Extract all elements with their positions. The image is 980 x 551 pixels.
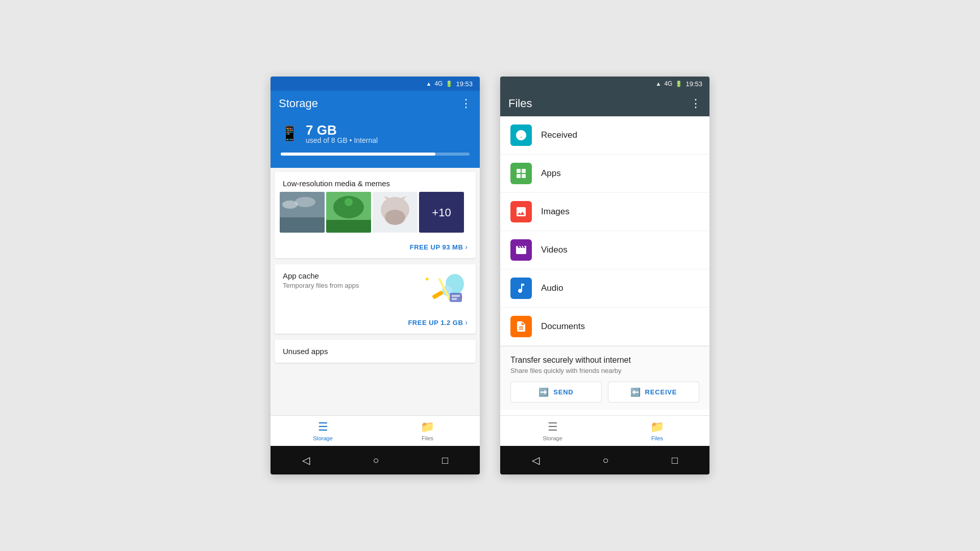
storage-nav-label: Storage	[313, 435, 333, 441]
network-type-2: 4G	[664, 80, 672, 87]
status-bar-storage: ▲ 4G 🔋 19:53	[271, 77, 480, 91]
documents-icon	[510, 316, 532, 337]
videos-icon	[510, 239, 532, 261]
list-item-documents[interactable]: Documents	[500, 308, 709, 346]
home-btn[interactable]: ○	[362, 450, 389, 470]
videos-label: Videos	[541, 245, 568, 255]
list-item-images[interactable]: Images	[500, 193, 709, 231]
cache-header-row: App cache Temporary files from apps ✦	[275, 264, 476, 313]
list-item-audio[interactable]: Audio	[500, 269, 709, 308]
list-item-apps[interactable]: Apps	[500, 155, 709, 193]
thumb-1	[280, 192, 325, 233]
receive-label: RECEIVE	[645, 388, 677, 396]
images-label: Images	[541, 207, 570, 217]
storage-content: Low-resolution media & memes	[271, 168, 480, 415]
svg-rect-1	[280, 217, 325, 233]
thumb-3	[373, 192, 418, 233]
svg-point-3	[295, 197, 315, 207]
transfer-subtitle: Share files quickly with friends nearby	[510, 367, 699, 374]
storage-nav-icon: ☰	[318, 420, 328, 434]
nav-files-2[interactable]: 📁 Files	[605, 420, 709, 441]
network-type: 4G	[434, 80, 443, 87]
more-icon[interactable]: ⋮	[460, 97, 472, 110]
svg-rect-21	[450, 293, 462, 302]
thumb-2	[326, 192, 371, 233]
storage-title: Storage	[279, 97, 318, 110]
bottom-nav-storage: ☰ Storage 📁 Files	[271, 415, 480, 446]
apps-icon	[510, 163, 532, 184]
battery-icon: 🔋	[446, 81, 453, 87]
storage-nav-icon-2: ☰	[548, 420, 558, 434]
receive-button[interactable]: ⬅️ RECEIVE	[608, 382, 699, 403]
nav-files[interactable]: 📁 Files	[375, 420, 480, 441]
storage-bar-track	[281, 153, 470, 156]
storage-nav-label-2: Storage	[543, 435, 562, 441]
list-item-videos[interactable]: Videos	[500, 231, 709, 269]
transfer-title: Transfer securely without internet	[510, 356, 699, 365]
battery-icon-2: 🔋	[675, 81, 682, 87]
cache-emoji: ✦ ✦	[422, 271, 468, 309]
svg-rect-24	[517, 169, 521, 173]
svg-point-10	[385, 210, 405, 225]
phone-files: ▲ 4G 🔋 19:53 Files ⋮ Received	[500, 77, 709, 474]
send-label: SEND	[553, 388, 573, 396]
phones-container: ▲ 4G 🔋 19:53 Storage ⋮ 📱 7 GB used of 8 …	[271, 77, 709, 474]
cache-title: App cache	[283, 271, 359, 280]
signal-icon-2: ▲	[656, 81, 662, 87]
audio-icon	[510, 278, 532, 299]
bottom-nav-files: ☰ Storage 📁 Files	[500, 415, 709, 446]
cache-card-action[interactable]: FREE UP 1.2 GB ›	[275, 313, 476, 334]
home-btn-2[interactable]: ○	[592, 450, 619, 470]
storage-info-row: 📱 7 GB used of 8 GB • Internal	[281, 122, 470, 144]
nav-storage-2[interactable]: ☰ Storage	[500, 420, 605, 441]
send-icon: ➡️	[538, 387, 549, 397]
files-app-bar: Files ⋮	[500, 91, 709, 116]
nav-storage[interactable]: ☰ Storage	[271, 420, 375, 441]
storage-numbers: 7 GB used of 8 GB • Internal	[306, 122, 378, 144]
media-card-action[interactable]: FREE UP 93 MB ›	[275, 238, 476, 258]
svg-rect-23	[452, 298, 457, 300]
list-item-received[interactable]: Received	[500, 116, 709, 155]
cache-subtitle: Temporary files from apps	[283, 282, 359, 289]
unused-apps-title: Unused apps	[275, 340, 476, 363]
svg-rect-18	[432, 290, 444, 299]
svg-rect-27	[522, 174, 526, 178]
received-icon	[510, 124, 532, 146]
send-button[interactable]: ➡️ SEND	[510, 382, 602, 403]
svg-rect-25	[522, 169, 526, 173]
recents-btn[interactable]: □	[432, 450, 458, 470]
android-nav-bar-2: ◁ ○ □	[500, 446, 709, 474]
thumb-plus: +10	[419, 192, 464, 233]
storage-subtitle: used of 8 GB • Internal	[306, 136, 378, 144]
svg-text:+10: +10	[432, 206, 451, 219]
transfer-buttons: ➡️ SEND ⬅️ RECEIVE	[510, 382, 699, 403]
android-nav-bar-1: ◁ ○ □	[271, 446, 480, 474]
svg-rect-22	[452, 295, 460, 297]
received-label: Received	[541, 130, 577, 140]
media-thumbnails: +10	[275, 192, 476, 238]
files-nav-icon: 📁	[421, 420, 434, 434]
files-list: Received Apps	[500, 116, 709, 415]
chevron-right-icon: ›	[465, 243, 468, 251]
cache-chevron-icon: ›	[465, 318, 468, 327]
storage-bar-fill	[281, 153, 435, 156]
files-nav-icon-2: 📁	[650, 420, 664, 434]
files-title: Files	[508, 97, 532, 110]
transfer-section: Transfer securely without internet Share…	[500, 346, 709, 410]
cache-text: App cache Temporary files from apps	[283, 271, 359, 289]
storage-app-bar: Storage ⋮	[271, 91, 480, 116]
svg-rect-5	[326, 220, 371, 233]
more-icon-2[interactable]: ⋮	[690, 97, 701, 110]
recents-btn-2[interactable]: □	[662, 450, 688, 470]
storage-info-section: 📱 7 GB used of 8 GB • Internal	[271, 116, 480, 168]
unused-apps-card: Unused apps	[275, 340, 476, 363]
cache-free-up-btn[interactable]: FREE UP 1.2 GB	[408, 319, 463, 327]
media-free-up-btn[interactable]: FREE UP 93 MB	[410, 243, 463, 251]
apps-label: Apps	[541, 168, 561, 179]
back-btn-2[interactable]: ◁	[522, 450, 550, 470]
status-bar-files: ▲ 4G 🔋 19:53	[500, 77, 709, 91]
signal-icon: ▲	[426, 81, 432, 87]
cache-card: App cache Temporary files from apps ✦	[275, 264, 476, 334]
back-btn[interactable]: ◁	[292, 450, 320, 470]
status-time-2: 19:53	[685, 80, 702, 88]
